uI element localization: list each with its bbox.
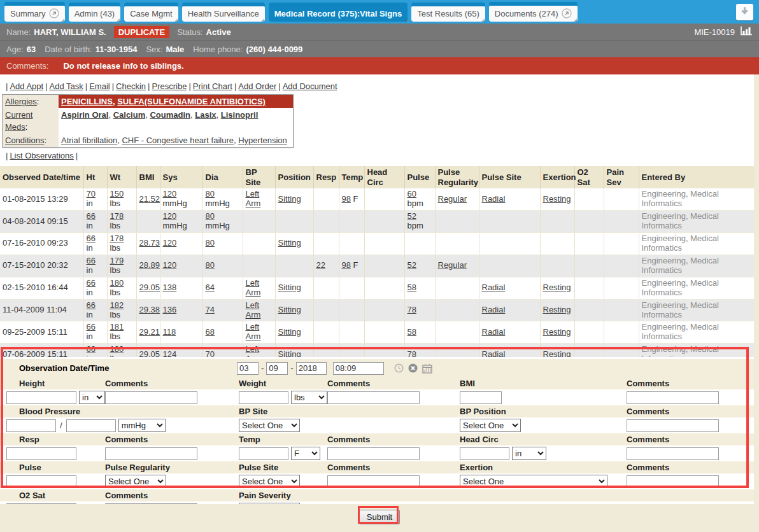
comments-input[interactable] xyxy=(627,419,719,432)
clear-icon[interactable] xyxy=(408,363,418,373)
cell-link[interactable]: Resting xyxy=(543,349,571,357)
cell-link[interactable]: 66 xyxy=(87,256,96,265)
cell-link[interactable]: 118 xyxy=(163,327,176,337)
action-link-email[interactable]: Email xyxy=(89,81,110,91)
comments-input[interactable] xyxy=(105,391,197,404)
submit-button[interactable]: Submit xyxy=(359,510,400,524)
action-link-prescribe[interactable]: Prescribe xyxy=(152,81,187,91)
cell-link[interactable]: Sitting xyxy=(278,305,301,314)
cell-link[interactable]: 66 xyxy=(87,344,96,354)
cell-link[interactable]: Left Arm xyxy=(246,300,261,319)
cell-link[interactable]: Sitting xyxy=(278,238,301,248)
action-link-add-task[interactable]: Add Task xyxy=(50,81,83,91)
tab-medical-record-375-vital-signs[interactable]: Medical Record (375):Vital Signs xyxy=(269,6,408,22)
calendar-icon[interactable] xyxy=(422,363,432,374)
cell-link[interactable]: 66 xyxy=(87,300,96,310)
blood-pressure-input[interactable] xyxy=(66,419,116,432)
cell-link[interactable]: Left Arm xyxy=(246,344,261,357)
cell-link[interactable]: 29.38 xyxy=(139,305,160,314)
height-input[interactable] xyxy=(6,391,76,404)
head-circ-input[interactable] xyxy=(460,447,509,460)
bmi-input[interactable] xyxy=(460,391,502,404)
cell-link[interactable]: 66 xyxy=(87,322,96,332)
summary-label-link-conditions[interactable]: Conditions xyxy=(5,136,44,145)
summary-item-aspirin-oral[interactable]: Aspirin Oral xyxy=(61,110,108,120)
cell-link[interactable]: 182 xyxy=(110,300,124,310)
cell-link[interactable]: 181 xyxy=(110,322,124,332)
cell-link[interactable]: 70 xyxy=(206,349,215,357)
cell-link[interactable]: Resting xyxy=(543,305,571,314)
comments-input[interactable] xyxy=(105,447,197,460)
cell-link[interactable]: Radial xyxy=(482,327,506,337)
cell-link[interactable]: 120 xyxy=(163,238,177,248)
pulse-site-select[interactable]: Select One xyxy=(239,475,300,488)
summary-label-link-allergies[interactable]: Allergies xyxy=(5,97,37,106)
comments-input[interactable] xyxy=(627,475,719,488)
cell-link[interactable]: Sitting xyxy=(278,194,301,204)
cell-link[interactable]: 98 xyxy=(342,260,351,270)
cell-link[interactable]: 180 xyxy=(110,278,124,288)
cell-link[interactable]: Regular xyxy=(438,194,467,204)
action-link-add-appt[interactable]: Add Appt xyxy=(10,81,43,91)
cell-link[interactable]: 120 xyxy=(163,260,177,270)
pulse-regularity-select[interactable]: Select One xyxy=(105,475,166,488)
summary-item-penicillins[interactable]: PENICILLINS xyxy=(61,97,113,106)
cell-link[interactable]: Left Arm xyxy=(246,189,261,208)
cell-link[interactable]: 178 xyxy=(110,234,124,243)
cell-link[interactable]: Radial xyxy=(482,305,506,314)
cell-link[interactable]: 29.21 xyxy=(139,327,160,337)
weight-input[interactable] xyxy=(239,391,288,404)
cell-link[interactable]: 78 xyxy=(408,305,416,314)
cell-link[interactable]: 124 xyxy=(163,349,177,357)
cell-link[interactable]: 178 xyxy=(110,211,124,221)
cell-link[interactable]: 29.05 xyxy=(139,283,160,292)
list-observations-link[interactable]: List Observations xyxy=(10,151,73,160)
blood-pressure-select[interactable]: mmHg xyxy=(118,419,166,432)
cell-link[interactable]: 179 xyxy=(110,256,124,265)
cell-link[interactable]: 60 xyxy=(408,189,416,199)
temp-input[interactable] xyxy=(239,447,288,460)
summary-label-link-current-meds[interactable]: Current Meds xyxy=(5,110,32,132)
tab-health-surveillance[interactable]: Health Surveillance xyxy=(182,6,265,22)
cell-link[interactable]: Left Arm xyxy=(246,322,261,341)
pulse-input[interactable] xyxy=(6,475,76,488)
action-link-checkin[interactable]: Checkin xyxy=(116,81,146,91)
cell-link[interactable]: 52 xyxy=(408,260,416,270)
tab-admin-43[interactable]: Admin (43) xyxy=(69,6,121,22)
cell-link[interactable]: 98 xyxy=(342,194,351,204)
bar-chart-icon[interactable] xyxy=(740,26,753,38)
cell-link[interactable]: 74 xyxy=(206,305,215,314)
tab-test-results-65[interactable]: Test Results (65) xyxy=(411,6,485,22)
cell-link[interactable]: Left Arm xyxy=(246,278,261,297)
cell-link[interactable]: Sitting xyxy=(278,327,301,337)
head-circ-select[interactable]: in xyxy=(512,447,546,460)
obs-day-input[interactable] xyxy=(266,362,288,375)
height-select[interactable]: in xyxy=(79,391,105,404)
cell-link[interactable]: Radial xyxy=(482,194,506,204)
cell-link[interactable]: 180 xyxy=(110,344,124,354)
summary-item-calcium[interactable]: Calcium xyxy=(113,110,146,120)
cell-link[interactable]: 58 xyxy=(408,283,416,292)
clock-icon[interactable] xyxy=(394,363,404,373)
resp-input[interactable] xyxy=(6,447,76,460)
cell-link[interactable]: Sitting xyxy=(278,349,301,357)
cell-link[interactable]: 58 xyxy=(408,327,416,337)
exertion-select[interactable]: Select One xyxy=(460,475,607,488)
blood-pressure-input[interactable] xyxy=(6,419,56,432)
action-link-add-document[interactable]: Add Document xyxy=(283,81,337,91)
comments-input[interactable] xyxy=(327,391,420,404)
cell-link[interactable]: 28.73 xyxy=(139,238,160,248)
cell-link[interactable]: 64 xyxy=(206,283,215,292)
cell-link[interactable]: Radial xyxy=(482,283,506,292)
comments-input[interactable] xyxy=(327,447,420,460)
tab-documents-274[interactable]: Documents (274) xyxy=(489,5,578,22)
cell-link[interactable]: Resting xyxy=(543,283,571,292)
cell-link[interactable]: 66 xyxy=(87,211,96,221)
weight-select[interactable]: lbs xyxy=(291,391,327,404)
action-link-add-order[interactable]: Add Order xyxy=(238,81,276,91)
cell-link[interactable]: Regular xyxy=(438,260,467,270)
obs-month-input[interactable] xyxy=(237,362,259,375)
cell-link[interactable]: 68 xyxy=(206,327,215,337)
cell-link[interactable]: 80 xyxy=(206,260,215,270)
obs-time-input[interactable] xyxy=(333,362,384,375)
